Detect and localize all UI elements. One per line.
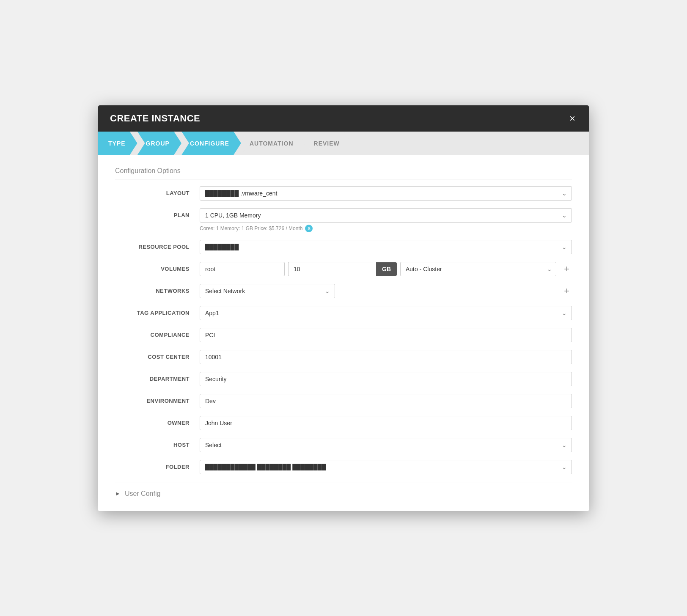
tag-application-select[interactable]: App1 (200, 306, 572, 320)
wizard-steps: TYPE GROUP CONFIGURE AUTOMATION REVIEW (98, 132, 589, 155)
plan-select[interactable]: 1 CPU, 1GB Memory (200, 208, 572, 223)
tag-application-select-wrapper: App1 ⌄ (200, 306, 572, 320)
environment-row: ENVIRONMENT (115, 394, 572, 408)
networks-wrap: Select Network ⌄ + (200, 284, 572, 298)
owner-input[interactable] (200, 416, 572, 430)
step-review[interactable]: REVIEW (305, 132, 352, 155)
step-type[interactable]: TYPE (98, 132, 137, 155)
networks-label: NETWORKS (115, 284, 200, 294)
compliance-row: COMPLIANCE (115, 328, 572, 342)
folder-control: ████████████ ████████ ████████ ⌄ (200, 460, 572, 474)
user-config-label: User Config (125, 490, 160, 498)
owner-row: OWNER (115, 416, 572, 430)
compliance-control (200, 328, 572, 342)
cost-center-control (200, 350, 572, 364)
host-control: Select ⌄ (200, 438, 572, 452)
network-select-wrapper: Select Network ⌄ (200, 284, 335, 298)
networks-row: NETWORKS Select Network ⌄ + (115, 284, 572, 298)
plan-hint: Cores: 1 Memory: 1 GB Price: $5.726 / Mo… (200, 225, 572, 232)
plan-label: PLAN (115, 208, 200, 218)
networks-control: Select Network ⌄ + (200, 284, 572, 298)
tag-application-label: TAG APPLICATION (115, 306, 200, 316)
close-button[interactable]: × (568, 113, 577, 124)
folder-select-wrapper: ████████████ ████████ ████████ ⌄ (200, 460, 572, 474)
volumes-label: VOLUMES (115, 262, 200, 272)
modal-body: Configuration Options LAYOUT ████████ .v… (98, 155, 589, 511)
folder-label: FOLDER (115, 460, 200, 470)
volumes-row: VOLUMES GB Auto - Cluster ⌄ + (115, 262, 572, 276)
environment-control (200, 394, 572, 408)
resource-pool-select[interactable]: ████████ (200, 240, 572, 254)
plan-row: PLAN 1 CPU, 1GB Memory ⌄ Cores: 1 Memory… (115, 208, 572, 232)
volume-cluster-select[interactable]: Auto - Cluster (400, 262, 556, 276)
volume-size-input[interactable] (288, 262, 373, 276)
network-select[interactable]: Select Network (200, 284, 335, 298)
volume-cluster-wrapper: Auto - Cluster ⌄ (400, 262, 556, 276)
layout-select-wrapper: ████████ .vmware_cent ⌄ (200, 186, 572, 201)
layout-row: LAYOUT ████████ .vmware_cent ⌄ (115, 186, 572, 201)
step-automation[interactable]: AUTOMATION (241, 132, 305, 155)
user-config-section: ► User Config (115, 482, 572, 498)
volumes-control: GB Auto - Cluster ⌄ + (200, 262, 572, 276)
plan-control: 1 CPU, 1GB Memory ⌄ Cores: 1 Memory: 1 G… (200, 208, 572, 232)
department-label: DEPARTMENT (115, 372, 200, 382)
tag-application-control: App1 ⌄ (200, 306, 572, 320)
volume-unit-label: GB (376, 262, 397, 276)
layout-label: LAYOUT (115, 186, 200, 196)
layout-select[interactable]: ████████ .vmware_cent (200, 186, 572, 201)
folder-select[interactable]: ████████████ ████████ ████████ (200, 460, 572, 474)
tag-application-row: TAG APPLICATION App1 ⌄ (115, 306, 572, 320)
add-network-button[interactable]: + (561, 286, 572, 297)
department-control (200, 372, 572, 386)
cost-center-row: COST CENTER (115, 350, 572, 364)
host-row: HOST Select ⌄ (115, 438, 572, 452)
plan-select-wrapper: 1 CPU, 1GB Memory ⌄ (200, 208, 572, 223)
owner-control (200, 416, 572, 430)
create-instance-modal: CREATE INSTANCE × TYPE GROUP CONFIGURE A… (98, 105, 589, 511)
cost-center-label: COST CENTER (115, 350, 200, 360)
department-row: DEPARTMENT (115, 372, 572, 386)
resource-pool-select-wrapper: ████████ ⌄ (200, 240, 572, 254)
cost-center-input[interactable] (200, 350, 572, 364)
department-input[interactable] (200, 372, 572, 386)
host-select-wrapper: Select ⌄ (200, 438, 572, 452)
resource-pool-label: RESOURCE POOL (115, 240, 200, 250)
layout-control: ████████ .vmware_cent ⌄ (200, 186, 572, 201)
owner-label: OWNER (115, 416, 200, 426)
user-config-chevron-icon[interactable]: ► (115, 490, 121, 497)
folder-row: FOLDER ████████████ ████████ ████████ ⌄ (115, 460, 572, 474)
section-title: Configuration Options (115, 167, 572, 179)
volume-name-input[interactable] (200, 262, 285, 276)
price-icon: $ (305, 225, 313, 232)
host-select[interactable]: Select (200, 438, 572, 452)
environment-input[interactable] (200, 394, 572, 408)
resource-pool-control: ████████ ⌄ (200, 240, 572, 254)
resource-pool-row: RESOURCE POOL ████████ ⌄ (115, 240, 572, 254)
modal-title: CREATE INSTANCE (110, 113, 200, 124)
step-group[interactable]: GROUP (137, 132, 181, 155)
step-configure[interactable]: CONFIGURE (181, 132, 241, 155)
volumes-wrap: GB Auto - Cluster ⌄ + (200, 262, 572, 276)
compliance-label: COMPLIANCE (115, 328, 200, 338)
add-volume-button[interactable]: + (561, 264, 572, 275)
host-label: HOST (115, 438, 200, 448)
modal-header: CREATE INSTANCE × (98, 105, 589, 132)
environment-label: ENVIRONMENT (115, 394, 200, 404)
compliance-input[interactable] (200, 328, 572, 342)
